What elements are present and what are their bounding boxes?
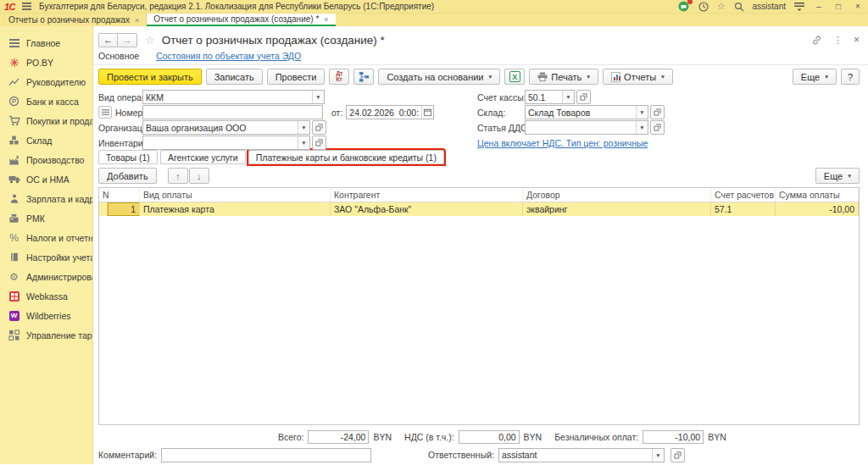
dropdown-icon[interactable]: ▾	[636, 121, 648, 134]
cell-settlement-account[interactable]: 57.1	[711, 202, 776, 216]
organization-open-button[interactable]	[312, 120, 326, 135]
inventory-open-button[interactable]	[312, 136, 326, 150]
dropdown-icon[interactable]: ▾	[298, 136, 309, 149]
table-row[interactable]: 1 Платежная карта ЗАО "Альфа-Банк" эквай…	[99, 202, 859, 216]
discussions-icon[interactable]	[678, 1, 690, 13]
sidebar-item-salary-hr[interactable]: Зарплата и кадры	[0, 189, 92, 208]
calendar-icon[interactable]	[421, 106, 433, 119]
nav-main[interactable]: Основное	[98, 51, 139, 61]
sidebar-item-production[interactable]: Производство	[0, 150, 92, 169]
sidebar-item-purchases-sales[interactable]: Покупки и продажи	[0, 111, 92, 130]
date-input[interactable]	[347, 106, 421, 119]
sidebar-item-taxes[interactable]: % Налоги и отчетность	[0, 228, 92, 247]
sidebar-item-administration[interactable]: ⚙ Администрирование	[0, 267, 92, 286]
sidebar-item-warehouse[interactable]: Склад	[0, 130, 92, 150]
organization-select[interactable]: ▾	[142, 120, 310, 135]
dds-article-select[interactable]: ▾	[525, 120, 648, 135]
sidebar-item-fixed-assets[interactable]: ОС и НМА	[0, 169, 92, 189]
sidebar-item-wildberries[interactable]: W Wildberries	[0, 306, 92, 325]
tab-goods[interactable]: Товары (1)	[98, 150, 158, 164]
column-header[interactable]: Договор	[523, 188, 711, 202]
tab-close-icon[interactable]: ×	[324, 15, 328, 24]
column-header[interactable]: N	[99, 188, 140, 202]
close-button[interactable]: ×	[852, 2, 864, 11]
vat-input[interactable]	[459, 430, 520, 444]
search-icon[interactable]	[733, 1, 745, 13]
move-up-button[interactable]: ↑	[168, 168, 188, 184]
tab-agent-services[interactable]: Агентские услуги	[160, 150, 246, 164]
column-header[interactable]: Контрагент	[331, 188, 523, 202]
dropdown-icon[interactable]: ▾	[636, 106, 648, 119]
restore-button[interactable]: □	[832, 2, 844, 11]
current-user[interactable]: assistant	[753, 2, 786, 11]
cash-account-input[interactable]	[526, 91, 562, 103]
cell-row-number[interactable]: 1	[108, 202, 140, 216]
cell-amount[interactable]: -10,00	[776, 202, 859, 216]
structure-button[interactable]	[353, 69, 374, 85]
help-button[interactable]: ?	[841, 69, 860, 85]
table-empty-area[interactable]	[99, 216, 859, 424]
tab-payment-cards[interactable]: Платежные карты и банковские кредиты (1)	[248, 150, 444, 164]
post-and-close-button[interactable]: Провести и закрыть	[98, 69, 202, 85]
responsible-input[interactable]	[499, 449, 652, 462]
minimize-button[interactable]: –	[813, 2, 825, 11]
reports-button[interactable]: Отчеты▾	[603, 69, 673, 85]
dds-article-input[interactable]	[526, 121, 636, 134]
nav-link-icon[interactable]	[811, 35, 822, 46]
responsible-open-button[interactable]	[670, 448, 685, 462]
dds-article-open-button[interactable]	[650, 120, 665, 135]
form-close-icon[interactable]: ×	[854, 34, 860, 46]
excel-button[interactable]: X	[504, 69, 525, 85]
warehouse-open-button[interactable]	[650, 105, 665, 119]
save-button[interactable]: Записать	[206, 69, 263, 85]
more-button[interactable]: Еще▾	[793, 69, 837, 85]
sidebar-item-webkassa[interactable]: Webkassa	[0, 286, 92, 306]
inventory-select[interactable]: ▾	[142, 136, 310, 150]
table-more-button[interactable]: Еще▾	[815, 168, 860, 184]
column-header[interactable]: Счет расчетов	[711, 188, 776, 202]
print-button[interactable]: Печать▾	[529, 69, 598, 85]
create-based-on-button[interactable]: Создать на основании▾	[378, 69, 500, 85]
inventory-input[interactable]	[143, 136, 298, 149]
sidebar-item-po-by[interactable]: PO.BY	[0, 53, 92, 72]
dropdown-icon[interactable]: ▾	[312, 91, 324, 103]
sidebar-item-tariff[interactable]: Управление тарифом	[0, 325, 92, 345]
total-input[interactable]	[308, 430, 369, 444]
warehouse-input[interactable]	[526, 106, 636, 119]
operation-type-select[interactable]: ▾	[142, 90, 325, 104]
sidebar-item-accounting-settings[interactable]: Настройки учета	[0, 247, 92, 267]
warehouse-select[interactable]: ▾	[525, 105, 648, 119]
dt-kt-postings-button[interactable]: ДтКт	[329, 69, 349, 85]
dropdown-icon[interactable]: ▾	[652, 449, 664, 462]
sidebar-item-rmk[interactable]: РМК	[0, 208, 92, 228]
date-field[interactable]	[346, 105, 434, 119]
sidebar-item-manager[interactable]: Руководителю	[0, 72, 92, 91]
operation-type-input[interactable]	[143, 91, 312, 103]
tab-retail-report-new[interactable]: Отчет о розничных продажах (создание) * …	[147, 14, 335, 26]
dropdown-icon[interactable]: ▾	[562, 91, 574, 103]
more-dots-icon[interactable]: ⋮	[833, 35, 843, 46]
post-button[interactable]: Провести	[267, 69, 326, 85]
tab-close-icon[interactable]: ×	[135, 16, 139, 25]
nav-edo-states[interactable]: Состояния по объектам учета ЭДО	[156, 51, 301, 61]
number-input[interactable]	[142, 105, 323, 119]
cash-account-select[interactable]: ▾	[525, 90, 575, 104]
back-button[interactable]: ←	[98, 33, 118, 47]
column-header[interactable]: Сумма оплаты	[776, 188, 859, 202]
cash-account-open-button[interactable]	[576, 90, 591, 104]
comment-input[interactable]	[161, 448, 371, 462]
move-down-button[interactable]: ↓	[189, 168, 209, 184]
dropdown-icon[interactable]: ▾	[298, 121, 309, 134]
cell-contract[interactable]: эквайринг	[523, 202, 711, 216]
column-header[interactable]: Вид оплаты	[140, 188, 331, 202]
organization-input[interactable]	[143, 121, 298, 134]
cell-payment-type[interactable]: Платежная карта	[140, 202, 331, 216]
tab-retail-reports-list[interactable]: Отчеты о розничных продажах ×	[2, 14, 147, 26]
sidebar-item-bank-cash[interactable]: Банк и касса	[0, 91, 92, 111]
cashless-input[interactable]	[643, 430, 704, 444]
add-row-button[interactable]: Добавить	[98, 168, 157, 184]
number-settings-button[interactable]	[98, 106, 112, 119]
favorite-star-icon[interactable]: ☆	[145, 34, 155, 47]
history-icon[interactable]	[698, 1, 709, 13]
responsible-select[interactable]: ▾	[498, 448, 665, 462]
